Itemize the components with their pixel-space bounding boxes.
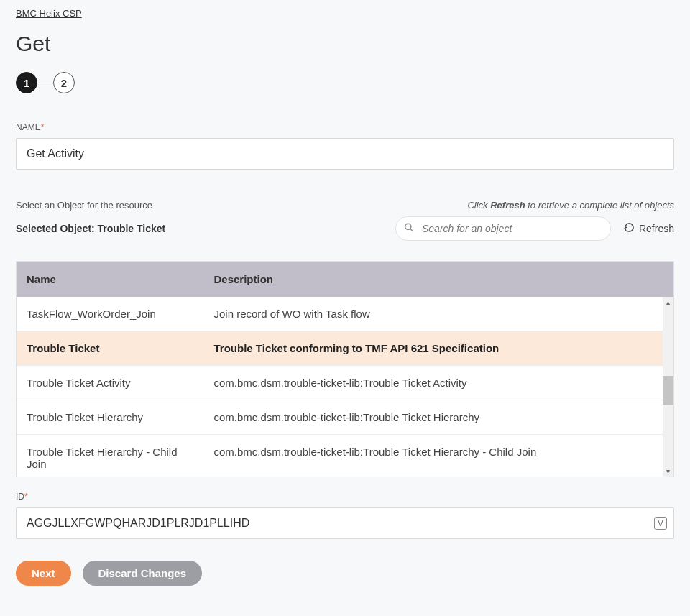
refresh-hint-suffix: to retrieve a complete list of objects [525,200,674,211]
selected-object-value: Trouble Ticket [98,223,166,234]
refresh-button[interactable]: Refresh [624,222,674,235]
table-row[interactable]: TaskFlow_WorkOrder_JoinJoin record of WO… [17,297,673,331]
cell-desc: Trouble Ticket conforming to TMF API 621… [203,331,673,365]
refresh-hint-prefix: Click [467,200,490,211]
page-title: Get [16,32,674,56]
name-input[interactable] [16,138,674,170]
refresh-label: Refresh [639,223,674,234]
breadcrumb[interactable]: BMC Helix CSP [16,8,82,19]
cell-name: TaskFlow_WorkOrder_Join [17,297,203,331]
cell-name: Trouble Ticket Hierarchy - Child Join [17,435,203,477]
variable-picker-icon[interactable]: V [654,517,667,530]
id-input[interactable] [16,507,674,539]
object-table: Name Description TaskFlow_WorkOrder_Join… [16,261,674,477]
id-label: ID* [16,492,674,502]
id-label-text: ID [16,492,24,502]
scrollbar-track[interactable]: ▴ ▾ [663,297,673,477]
refresh-icon [624,222,635,235]
name-label: NAME* [16,122,674,132]
refresh-hint: Click Refresh to retrieve a complete lis… [467,200,674,211]
cell-name: Trouble Ticket Hierarchy [17,400,203,434]
search-wrapper [395,216,611,241]
col-header-desc[interactable]: Description [203,262,673,297]
cell-desc: Join record of WO with Task flow [203,297,673,331]
col-header-name[interactable]: Name [17,262,203,297]
required-asterisk: * [24,492,28,502]
cell-desc: com.bmc.dsm.trouble-ticket-lib:Trouble T… [203,366,673,400]
table-row[interactable]: Trouble Ticket Hierarchy - Child Joincom… [17,434,673,477]
cell-desc: com.bmc.dsm.trouble-ticket-lib:Trouble T… [203,400,673,434]
wizard-steps: 1 2 [16,72,674,93]
discard-button[interactable]: Discard Changes [83,561,203,586]
cell-desc: com.bmc.dsm.trouble-ticket-lib:Trouble T… [203,435,673,477]
name-label-text: NAME [16,122,41,132]
table-row[interactable]: Trouble Ticket Hierarchycom.bmc.dsm.trou… [17,400,673,434]
table-header: Name Description [17,262,673,297]
svg-point-0 [405,224,411,229]
select-object-hint: Select an Object for the resource [16,200,152,211]
next-button[interactable]: Next [16,561,71,586]
cell-name: Trouble Ticket Activity [17,366,203,400]
scroll-down-icon[interactable]: ▾ [663,466,673,477]
cell-name: Trouble Ticket [17,331,203,365]
selected-object-label: Selected Object: Trouble Ticket [16,223,165,234]
search-icon [404,223,414,235]
table-row[interactable]: Trouble Ticket Activitycom.bmc.dsm.troub… [17,365,673,400]
selected-prefix: Selected Object: [16,223,98,234]
scroll-thumb[interactable] [663,376,673,405]
required-asterisk: * [41,122,45,132]
search-input[interactable] [395,216,611,241]
step-2[interactable]: 2 [53,72,75,93]
step-1[interactable]: 1 [16,72,37,93]
table-body: TaskFlow_WorkOrder_JoinJoin record of WO… [17,297,673,477]
svg-line-1 [410,229,413,231]
table-row[interactable]: Trouble TicketTrouble Ticket conforming … [17,331,673,365]
refresh-hint-bold: Refresh [490,200,525,211]
step-connector [37,83,53,83]
scroll-up-icon[interactable]: ▴ [663,297,673,308]
